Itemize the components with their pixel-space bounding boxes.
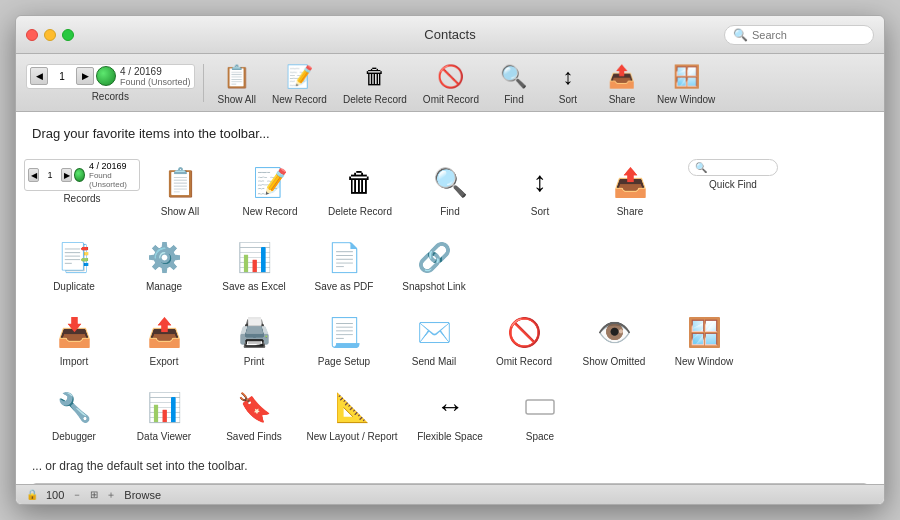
share-cust-label: Share: [617, 206, 644, 218]
customize-item-delete-record[interactable]: 🗑 Delete Record: [318, 155, 402, 224]
zoom-level: 100: [46, 489, 64, 501]
search-input[interactable]: [752, 29, 872, 41]
sort-toolbar-btn[interactable]: ↕️ Sort: [543, 59, 593, 107]
customize-item-share[interactable]: 📤 Share: [588, 155, 672, 224]
customize-item-dataviewer[interactable]: 📊 Data Viewer: [122, 380, 206, 449]
duplicate-cust-label: Duplicate: [53, 281, 95, 293]
quickfind-cust-label: Quick Find: [709, 179, 757, 191]
new-record-label: New Record: [272, 94, 327, 105]
prev-record-button[interactable]: ◀: [30, 67, 48, 85]
customize-item-save-pdf[interactable]: 📄 Save as PDF: [302, 230, 386, 299]
customize-item-show-omitted[interactable]: 👁️ Show Omitted: [572, 305, 656, 374]
new-window-toolbar-btn[interactable]: 🪟 New Window: [651, 59, 721, 107]
customize-item-manage[interactable]: ⚙️ Manage: [122, 230, 206, 299]
show-all-label: Show All: [218, 94, 256, 105]
new-record-toolbar-btn[interactable]: 📝 New Record: [266, 59, 333, 107]
space-svg: [522, 394, 558, 420]
window-title: Contacts: [424, 27, 475, 42]
lock-icon: 🔒: [26, 489, 38, 500]
customize-item-savedfinds[interactable]: 🔖 Saved Finds: [212, 380, 296, 449]
customize-item-new-record[interactable]: 📝 New Record: [228, 155, 312, 224]
records-nav: ◀ ▶ 4 / 20169 Found (Unsorted): [26, 64, 195, 89]
omit-cust-label: Omit Record: [496, 356, 552, 368]
customize-item-quickfind[interactable]: 🔍 Quick Find: [678, 155, 788, 224]
quickfind-search-icon: 🔍: [695, 162, 707, 173]
customize-item-records[interactable]: ◀ ▶ 4 / 20169 Found (Unsorted) Records: [32, 155, 132, 224]
customize-item-debugger[interactable]: 🔧 Debugger: [32, 380, 116, 449]
customize-grid: ◀ ▶ 4 / 20169 Found (Unsorted) Records 📋…: [32, 155, 868, 299]
record-number-input[interactable]: [50, 71, 74, 82]
new-window-icon: 🪟: [670, 61, 702, 93]
customize-item-export[interactable]: 📤 Export: [122, 305, 206, 374]
customize-item-print[interactable]: 🖨️ Print: [212, 305, 296, 374]
delete-record-cust-icon: 🗑: [339, 161, 381, 203]
save-excel-cust-label: Save as Excel: [222, 281, 285, 293]
sendmail-cust-icon: ✉️: [413, 311, 455, 353]
records-control: ◀ ▶ 4 / 20169 Found (Unsorted) Records: [26, 64, 195, 102]
zoom-fit-icon: ⊞: [90, 489, 98, 500]
find-label: Find: [504, 94, 523, 105]
status-dot: [96, 66, 116, 86]
debugger-cust-label: Debugger: [52, 431, 96, 443]
customize-item-new-window[interactable]: 🪟 New Window: [662, 305, 746, 374]
print-cust-label: Print: [244, 356, 265, 368]
default-toolbar-instruction: ... or drag the default set into the too…: [32, 459, 868, 473]
debugger-cust-icon: 🔧: [53, 386, 95, 428]
find-toolbar-btn[interactable]: 🔍 Find: [489, 59, 539, 107]
delete-record-icon: 🗑: [359, 61, 391, 93]
customize-grid-3: 🔧 Debugger 📊 Data Viewer 🔖 Saved Finds 📐…: [32, 380, 868, 449]
record-num-mini: [41, 170, 59, 180]
omit-record-toolbar-btn[interactable]: 🚫 Omit Record: [417, 59, 485, 107]
customize-item-pagesetup[interactable]: 📃 Page Setup: [302, 305, 386, 374]
zoom-plus-icon: ＋: [106, 488, 116, 502]
sendmail-cust-label: Send Mail: [412, 356, 456, 368]
new-record-cust-icon: 📝: [249, 161, 291, 203]
nav-next-mini: ▶: [61, 168, 72, 182]
customize-item-omit[interactable]: 🚫 Omit Record: [482, 305, 566, 374]
customize-item-sendmail[interactable]: ✉️ Send Mail: [392, 305, 476, 374]
customize-item-duplicate[interactable]: 📑 Duplicate: [32, 230, 116, 299]
manage-cust-icon: ⚙️: [143, 236, 185, 278]
share-label: Share: [609, 94, 636, 105]
close-button[interactable]: [26, 29, 38, 41]
sort-cust-icon: ↕️: [519, 161, 561, 203]
pagesetup-cust-label: Page Setup: [318, 356, 370, 368]
minimize-button[interactable]: [44, 29, 56, 41]
customize-item-sort[interactable]: ↕️ Sort: [498, 155, 582, 224]
customize-item-import[interactable]: 📥 Import: [32, 305, 116, 374]
dataviewer-cust-icon: 📊: [143, 386, 185, 428]
customize-item-flexspace[interactable]: ↔️ Flexible Space: [408, 380, 492, 449]
customize-item-show-all[interactable]: 📋 Show All: [138, 155, 222, 224]
share-cust-icon: 📤: [609, 161, 651, 203]
customize-item-save-excel[interactable]: 📊 Save as Excel: [212, 230, 296, 299]
show-all-toolbar-btn[interactable]: 📋 Show All: [212, 59, 262, 107]
delete-record-toolbar-btn[interactable]: 🗑 Delete Record: [337, 59, 413, 107]
found-count: 4 / 20169: [120, 66, 162, 77]
green-dot-mini: [74, 168, 85, 182]
main-toolbar: ◀ ▶ 4 / 20169 Found (Unsorted) Records 📋…: [16, 54, 884, 112]
toolbar-sep-1: [203, 64, 204, 102]
svg-rect-0: [526, 400, 554, 414]
search-icon: 🔍: [733, 28, 748, 42]
show-all-cust-label: Show All: [161, 206, 199, 218]
snapshot-cust-label: Snapshot Link: [402, 281, 465, 293]
snapshot-cust-icon: 🔗: [413, 236, 455, 278]
customize-item-records-label: Records: [63, 193, 100, 205]
share-toolbar-btn[interactable]: 📤 Share: [597, 59, 647, 107]
omit-record-label: Omit Record: [423, 94, 479, 105]
content-area: Drag your favorite items into the toolba…: [16, 112, 884, 484]
new-record-cust-label: New Record: [242, 206, 297, 218]
share-icon: 📤: [606, 61, 638, 93]
records-nav-mini: ◀ ▶ 4 / 20169 Found (Unsorted): [24, 159, 140, 191]
savedfinds-cust-icon: 🔖: [233, 386, 275, 428]
customize-item-snapshot[interactable]: 🔗 Snapshot Link: [392, 230, 476, 299]
export-cust-icon: 📤: [143, 311, 185, 353]
customize-item-newlayout[interactable]: 📐 New Layout / Report: [302, 380, 402, 449]
maximize-button[interactable]: [62, 29, 74, 41]
titlebar: Contacts 🔍: [16, 16, 884, 54]
next-record-button[interactable]: ▶: [76, 67, 94, 85]
new-window-cust-label: New Window: [675, 356, 733, 368]
customize-item-find[interactable]: 🔍 Find: [408, 155, 492, 224]
customize-item-space[interactable]: Space: [498, 380, 582, 449]
customize-grid-2: 📥 Import 📤 Export 🖨️ Print 📃 Page Setup …: [32, 305, 868, 374]
